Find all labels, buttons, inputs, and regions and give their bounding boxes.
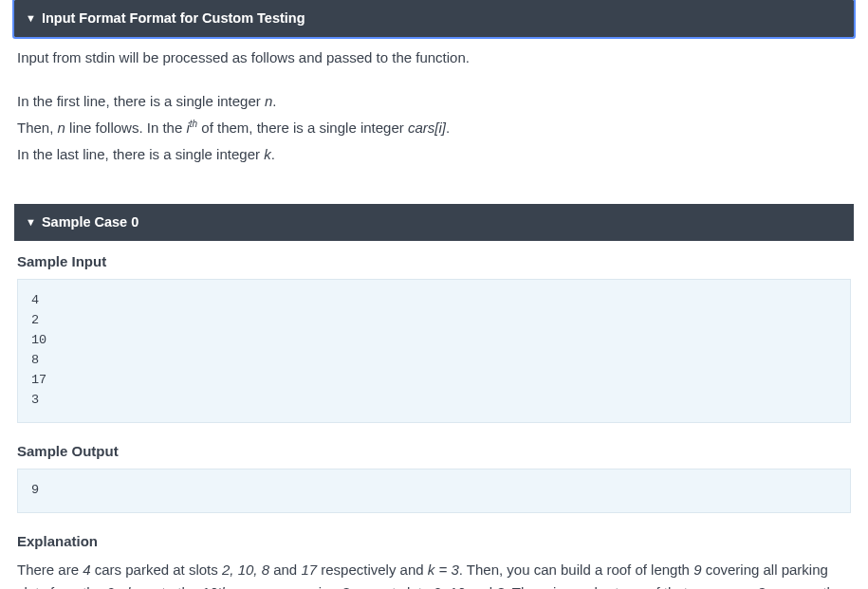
text: one, so covering bbox=[230, 584, 342, 589]
sample-output-label: Sample Output bbox=[17, 440, 851, 463]
num: 3 bbox=[342, 584, 349, 589]
sample-output-code: 9 bbox=[17, 469, 851, 513]
explanation-section: Explanation There are 4 cars parked at s… bbox=[17, 530, 851, 589]
variable-k: k bbox=[264, 146, 271, 162]
ordinal: 2nd bbox=[106, 584, 130, 589]
disclosure-triangle-icon: ▼ bbox=[26, 13, 36, 24]
variable-cars-i: cars[i] bbox=[408, 120, 446, 136]
input-format-line1: In the first line, there is a single int… bbox=[17, 90, 851, 113]
explanation-text: There are 4 cars parked at slots 2, 10, … bbox=[17, 559, 851, 589]
expr: k = 3 bbox=[428, 561, 459, 578]
num-list: 2, 10, 8 bbox=[222, 561, 269, 578]
ordinal-th: th bbox=[190, 119, 197, 129]
num-list: 2, 10 bbox=[434, 584, 465, 589]
ordinal: 10th bbox=[201, 584, 229, 589]
text: line follows. In the bbox=[65, 120, 187, 136]
explanation-label: Explanation bbox=[17, 530, 851, 553]
sample-input-label: Sample Input bbox=[17, 250, 851, 273]
text: . bbox=[446, 120, 450, 136]
disclosure-triangle-icon: ▼ bbox=[26, 217, 36, 228]
num: 8 bbox=[496, 584, 504, 589]
text: cars at slots bbox=[349, 584, 433, 589]
input-format-title: Input Format Format for Custom Testing bbox=[42, 8, 305, 29]
text: In the last line, there is a single inte… bbox=[17, 146, 264, 162]
text: cars parked at slots bbox=[91, 561, 222, 578]
input-format-header[interactable]: ▼ Input Format Format for Custom Testing bbox=[14, 0, 854, 37]
text: of them, there is a single integer bbox=[197, 120, 408, 136]
sample-input-code: 4 2 10 8 17 3 bbox=[17, 279, 851, 423]
text: . There is no shorter roof that can cove… bbox=[505, 584, 758, 589]
text: . Then, you can build a roof of length bbox=[459, 561, 693, 578]
input-format-body: Input from stdin will be processed as fo… bbox=[0, 37, 868, 175]
text: respectively and bbox=[317, 561, 428, 578]
text: . bbox=[271, 146, 275, 162]
text: There are bbox=[17, 561, 83, 578]
text: and bbox=[269, 561, 301, 578]
input-format-intro: Input from stdin will be processed as fo… bbox=[17, 46, 851, 69]
text: Then, bbox=[17, 120, 58, 136]
input-format-line3: In the last line, there is a single inte… bbox=[17, 143, 851, 166]
num: 3 bbox=[757, 584, 765, 589]
num: 4 bbox=[83, 561, 90, 578]
sample-case-header[interactable]: ▼ Sample Case 0 bbox=[14, 204, 854, 241]
text: . bbox=[272, 93, 276, 109]
text: and bbox=[465, 584, 496, 589]
variable-n: n bbox=[58, 120, 65, 136]
text: In the first line, there is a single int… bbox=[17, 93, 265, 109]
sample-case-title: Sample Case 0 bbox=[42, 212, 139, 233]
num: 17 bbox=[301, 561, 317, 578]
text: one to the bbox=[130, 584, 201, 589]
input-format-line2: Then, n line follows. In the ith of them… bbox=[17, 117, 851, 139]
